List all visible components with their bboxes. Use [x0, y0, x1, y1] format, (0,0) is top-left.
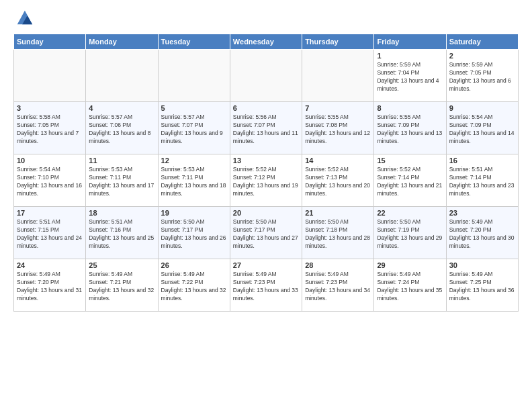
calendar-cell: 11Sunrise: 5:53 AM Sunset: 7:11 PM Dayli…: [86, 154, 158, 207]
day-number: 22: [377, 209, 443, 217]
calendar-cell: 13Sunrise: 5:52 AM Sunset: 7:12 PM Dayli…: [230, 154, 302, 207]
day-info: Sunrise: 5:49 AM Sunset: 7:23 PM Dayligh…: [305, 271, 371, 303]
day-info: Sunrise: 5:55 AM Sunset: 7:08 PM Dayligh…: [305, 113, 371, 146]
calendar-cell: 21Sunrise: 5:50 AM Sunset: 7:18 PM Dayli…: [302, 207, 374, 259]
calendar-cell: 22Sunrise: 5:50 AM Sunset: 7:19 PM Dayli…: [374, 207, 446, 259]
calendar-cell: [230, 50, 302, 102]
day-number: 13: [233, 156, 299, 165]
calendar-cell: 24Sunrise: 5:49 AM Sunset: 7:20 PM Dayli…: [14, 259, 86, 312]
day-number: 17: [17, 209, 83, 217]
day-info: Sunrise: 5:58 AM Sunset: 7:05 PM Dayligh…: [17, 113, 83, 146]
calendar-cell: 28Sunrise: 5:49 AM Sunset: 7:23 PM Dayli…: [302, 259, 374, 312]
calendar-cell: 18Sunrise: 5:51 AM Sunset: 7:16 PM Dayli…: [86, 207, 158, 259]
day-number: 6: [233, 104, 299, 112]
day-info: Sunrise: 5:52 AM Sunset: 7:13 PM Dayligh…: [305, 166, 371, 198]
calendar-week-row: 1Sunrise: 5:59 AM Sunset: 7:04 PM Daylig…: [14, 50, 519, 102]
day-number: 15: [377, 156, 443, 165]
calendar-cell: 8Sunrise: 5:55 AM Sunset: 7:09 PM Daylig…: [374, 102, 446, 154]
day-info: Sunrise: 5:49 AM Sunset: 7:20 PM Dayligh…: [449, 218, 515, 250]
calendar-cell: [14, 50, 86, 102]
day-info: Sunrise: 5:50 AM Sunset: 7:19 PM Dayligh…: [377, 218, 443, 250]
calendar-week-row: 17Sunrise: 5:51 AM Sunset: 7:15 PM Dayli…: [14, 207, 519, 259]
day-number: 28: [305, 261, 371, 269]
calendar-cell: 27Sunrise: 5:49 AM Sunset: 7:23 PM Dayli…: [230, 259, 302, 312]
day-info: Sunrise: 5:49 AM Sunset: 7:22 PM Dayligh…: [161, 271, 227, 303]
day-number: 7: [305, 104, 371, 112]
calendar-cell: [302, 50, 374, 102]
weekday-header: Saturday: [446, 34, 518, 50]
calendar-week-row: 24Sunrise: 5:49 AM Sunset: 7:20 PM Dayli…: [14, 259, 519, 312]
day-number: 4: [89, 104, 154, 112]
calendar-cell: 20Sunrise: 5:50 AM Sunset: 7:17 PM Dayli…: [230, 207, 302, 259]
day-number: 20: [233, 209, 299, 217]
day-number: 23: [449, 209, 515, 217]
day-info: Sunrise: 5:59 AM Sunset: 7:05 PM Dayligh…: [449, 61, 515, 93]
calendar-cell: 6Sunrise: 5:56 AM Sunset: 7:07 PM Daylig…: [230, 102, 302, 154]
day-info: Sunrise: 5:57 AM Sunset: 7:07 PM Dayligh…: [161, 113, 227, 146]
calendar-cell: 26Sunrise: 5:49 AM Sunset: 7:22 PM Dayli…: [158, 259, 230, 312]
weekday-header: Tuesday: [158, 34, 230, 50]
day-info: Sunrise: 5:52 AM Sunset: 7:12 PM Dayligh…: [233, 166, 299, 198]
day-number: 14: [305, 156, 371, 165]
page: SundayMondayTuesdayWednesdayThursdayFrid…: [0, 0, 532, 411]
weekday-header: Thursday: [302, 34, 374, 50]
day-info: Sunrise: 5:53 AM Sunset: 7:11 PM Dayligh…: [89, 166, 154, 198]
calendar-cell: 25Sunrise: 5:49 AM Sunset: 7:21 PM Dayli…: [86, 259, 158, 312]
day-info: Sunrise: 5:49 AM Sunset: 7:21 PM Dayligh…: [89, 271, 154, 303]
calendar-cell: 23Sunrise: 5:49 AM Sunset: 7:20 PM Dayli…: [446, 207, 518, 259]
calendar-week-row: 10Sunrise: 5:54 AM Sunset: 7:10 PM Dayli…: [14, 154, 519, 207]
day-number: 5: [161, 104, 227, 112]
day-info: Sunrise: 5:50 AM Sunset: 7:18 PM Dayligh…: [305, 218, 371, 250]
calendar-cell: [86, 50, 158, 102]
day-info: Sunrise: 5:54 AM Sunset: 7:10 PM Dayligh…: [17, 166, 83, 198]
day-number: 21: [305, 209, 371, 217]
calendar-header-row: SundayMondayTuesdayWednesdayThursdayFrid…: [14, 34, 519, 50]
day-number: 29: [377, 261, 443, 269]
day-info: Sunrise: 5:51 AM Sunset: 7:15 PM Dayligh…: [17, 218, 83, 250]
day-number: 9: [449, 104, 515, 112]
calendar-cell: 16Sunrise: 5:51 AM Sunset: 7:14 PM Dayli…: [446, 154, 518, 207]
day-number: 18: [89, 209, 154, 217]
day-number: 8: [377, 104, 443, 112]
day-info: Sunrise: 5:51 AM Sunset: 7:16 PM Dayligh…: [89, 218, 154, 250]
calendar-cell: 9Sunrise: 5:54 AM Sunset: 7:09 PM Daylig…: [446, 102, 518, 154]
weekday-header: Sunday: [14, 34, 86, 50]
day-number: 10: [17, 156, 83, 165]
day-number: 25: [89, 261, 154, 269]
day-number: 16: [449, 156, 515, 165]
day-info: Sunrise: 5:49 AM Sunset: 7:25 PM Dayligh…: [449, 271, 515, 303]
day-number: 2: [449, 52, 515, 60]
day-info: Sunrise: 5:51 AM Sunset: 7:14 PM Dayligh…: [449, 166, 515, 198]
day-info: Sunrise: 5:49 AM Sunset: 7:20 PM Dayligh…: [17, 271, 83, 303]
day-info: Sunrise: 5:53 AM Sunset: 7:11 PM Dayligh…: [161, 166, 227, 198]
day-info: Sunrise: 5:52 AM Sunset: 7:14 PM Dayligh…: [377, 166, 443, 198]
calendar-cell: 5Sunrise: 5:57 AM Sunset: 7:07 PM Daylig…: [158, 102, 230, 154]
day-info: Sunrise: 5:49 AM Sunset: 7:23 PM Dayligh…: [233, 271, 299, 303]
day-number: 27: [233, 261, 299, 269]
weekday-header: Monday: [86, 34, 158, 50]
calendar-week-row: 3Sunrise: 5:58 AM Sunset: 7:05 PM Daylig…: [14, 102, 519, 154]
calendar-cell: 7Sunrise: 5:55 AM Sunset: 7:08 PM Daylig…: [302, 102, 374, 154]
calendar-cell: 17Sunrise: 5:51 AM Sunset: 7:15 PM Dayli…: [14, 207, 86, 259]
day-info: Sunrise: 5:57 AM Sunset: 7:06 PM Dayligh…: [89, 113, 154, 146]
day-info: Sunrise: 5:50 AM Sunset: 7:17 PM Dayligh…: [161, 218, 227, 250]
day-number: 11: [89, 156, 154, 165]
day-number: 26: [161, 261, 227, 269]
day-number: 1: [377, 52, 443, 60]
calendar-cell: 10Sunrise: 5:54 AM Sunset: 7:10 PM Dayli…: [14, 154, 86, 207]
calendar-cell: [158, 50, 230, 102]
calendar-cell: 14Sunrise: 5:52 AM Sunset: 7:13 PM Dayli…: [302, 154, 374, 207]
calendar-cell: 12Sunrise: 5:53 AM Sunset: 7:11 PM Dayli…: [158, 154, 230, 207]
day-number: 19: [161, 209, 227, 217]
calendar-cell: 29Sunrise: 5:49 AM Sunset: 7:24 PM Dayli…: [374, 259, 446, 312]
calendar-cell: 1Sunrise: 5:59 AM Sunset: 7:04 PM Daylig…: [374, 50, 446, 102]
weekday-header: Friday: [374, 34, 446, 50]
calendar-table: SundayMondayTuesdayWednesdayThursdayFrid…: [13, 34, 519, 312]
day-info: Sunrise: 5:55 AM Sunset: 7:09 PM Dayligh…: [377, 113, 443, 146]
calendar-cell: 30Sunrise: 5:49 AM Sunset: 7:25 PM Dayli…: [446, 259, 518, 312]
calendar-cell: 3Sunrise: 5:58 AM Sunset: 7:05 PM Daylig…: [14, 102, 86, 154]
calendar-cell: 15Sunrise: 5:52 AM Sunset: 7:14 PM Dayli…: [374, 154, 446, 207]
day-number: 24: [17, 261, 83, 269]
logo-icon: [15, 8, 34, 27]
calendar-cell: 4Sunrise: 5:57 AM Sunset: 7:06 PM Daylig…: [86, 102, 158, 154]
